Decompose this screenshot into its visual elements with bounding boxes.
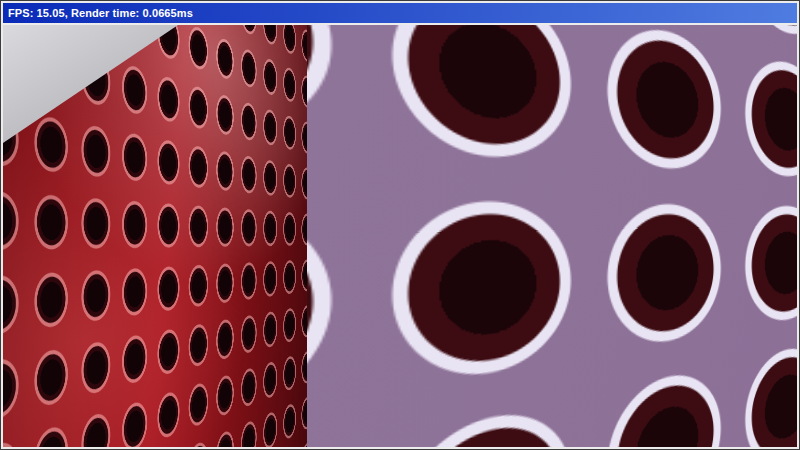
render-viewport[interactable] — [3, 25, 797, 447]
window-title: FPS: 15.05, Render time: 0.0665ms — [8, 7, 193, 19]
app-window: FPS: 15.05, Render time: 0.0665ms — [0, 0, 800, 450]
title-bar[interactable]: FPS: 15.05, Render time: 0.0665ms — [3, 3, 797, 23]
